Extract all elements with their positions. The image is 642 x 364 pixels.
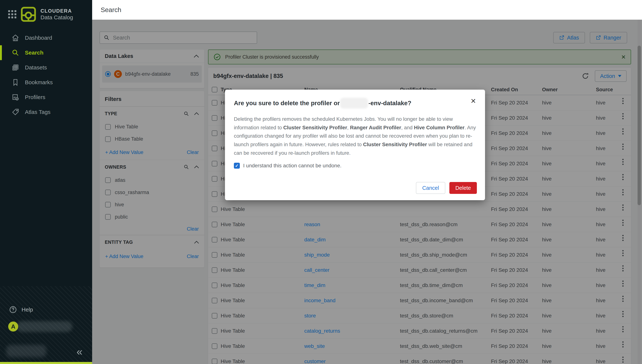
modal-title-prefix: Are you sure to delete the profiler or	[234, 100, 340, 107]
sidebar-item-label: Dashboard	[25, 35, 52, 41]
home-icon	[12, 34, 19, 42]
sidebar-item-profilers[interactable]: Profilers	[0, 90, 92, 105]
profilers-icon	[12, 93, 19, 101]
sidebar: CLOUDERA Data Catalog Dashboard Search D…	[0, 0, 92, 364]
help-icon	[9, 306, 17, 314]
brand-text: CLOUDERA Data Catalog	[41, 8, 73, 20]
modal-title-suffix: -env-datalake?	[368, 100, 411, 107]
delete-profiler-modal: Are you sure to delete the profiler or -…	[225, 90, 485, 200]
sidebar-item-datasets[interactable]: Datasets	[0, 60, 92, 75]
sidebar-item-label: Datasets	[25, 64, 47, 71]
sidebar-item-search[interactable]: Search	[0, 45, 92, 60]
sidebar-item-label: Search	[25, 50, 44, 56]
sidebar-item-dashboard[interactable]: Dashboard	[0, 30, 92, 45]
username-redacted	[17, 321, 72, 332]
redacted-env-name	[340, 98, 368, 108]
version-redacted	[6, 345, 46, 357]
app-switcher-icon[interactable]	[8, 10, 16, 18]
brand-line2: Data Catalog	[41, 14, 73, 20]
sidebar-bottom-strip	[0, 362, 92, 364]
sidebar-item-label: Profilers	[25, 94, 45, 100]
help-button[interactable]: Help	[0, 306, 92, 314]
brand-line1: CLOUDERA	[41, 8, 73, 14]
brand-row: CLOUDERA Data Catalog	[0, 0, 92, 22]
page-header: Search	[92, 0, 642, 20]
confirm-label: I understand this action cannot be undon…	[243, 163, 341, 169]
cloudera-logo-icon	[21, 6, 36, 22]
sidebar-bottom: Help A «	[0, 306, 92, 364]
collapse-sidebar-button[interactable]: «	[77, 346, 83, 357]
sidebar-item-label: Atlas Tags	[25, 109, 51, 115]
sidebar-nav: Dashboard Search Datasets Bookmarks	[0, 30, 92, 120]
avatar[interactable]: A	[8, 322, 18, 332]
modal-close-icon[interactable]: ✕	[465, 98, 476, 104]
confirm-row: ✓ I understand this action cannot be und…	[234, 163, 476, 169]
sidebar-item-atlas-tags[interactable]: Atlas Tags	[0, 105, 92, 120]
bookmark-icon	[12, 78, 19, 86]
modal-body-text: Deleting the profilers removes the sched…	[234, 115, 476, 157]
page-title: Search	[101, 6, 121, 14]
sidebar-item-bookmarks[interactable]: Bookmarks	[0, 75, 92, 90]
delete-button[interactable]: Delete	[449, 182, 477, 194]
modal-footer: Cancel Delete	[416, 182, 477, 194]
sidebar-item-label: Bookmarks	[25, 79, 53, 86]
modal-title: Are you sure to delete the profiler or -…	[234, 98, 411, 108]
help-label: Help	[22, 306, 33, 313]
user-row[interactable]: A	[0, 321, 92, 332]
tag-icon	[12, 108, 19, 116]
datasets-icon	[12, 64, 19, 72]
confirm-checkbox-checked[interactable]: ✓	[234, 163, 240, 169]
cancel-button[interactable]: Cancel	[416, 182, 445, 194]
search-icon	[12, 49, 19, 56]
main-area: Search Search Atlas	[92, 0, 642, 364]
